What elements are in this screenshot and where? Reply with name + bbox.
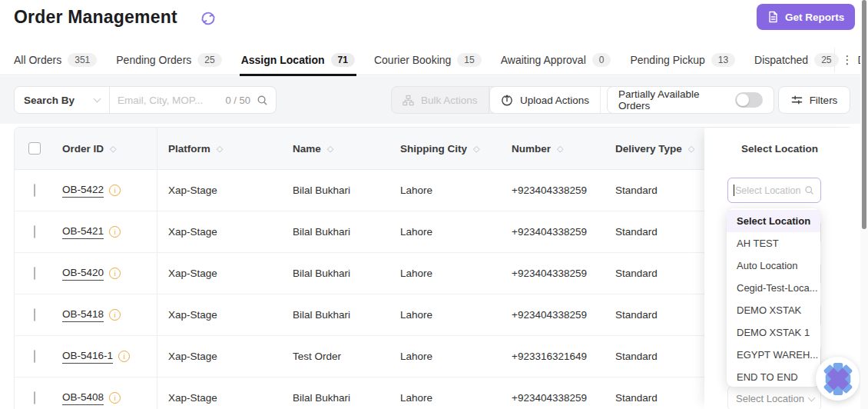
- tab-all-orders[interactable]: All Orders 351: [14, 45, 97, 75]
- shipping-city-cell: Lahore: [389, 392, 500, 404]
- info-icon[interactable]: i: [109, 185, 121, 196]
- location-option[interactable]: AH TEST: [727, 232, 820, 254]
- tab-dispatched[interactable]: Dispatched 25: [754, 45, 838, 75]
- location-cell: Select Location: [704, 170, 855, 211]
- page-header: Order Management Get Reports: [0, 0, 868, 45]
- tab-label: All Orders: [14, 54, 61, 66]
- tabs-list: All Orders 351 Pending Orders 25 Assign …: [14, 45, 868, 75]
- delivery-type-cell: Standard: [604, 226, 704, 238]
- upload-actions-button[interactable]: Upload Actions: [489, 86, 624, 114]
- filters-button[interactable]: Filters: [778, 86, 850, 114]
- name-cell: Bilal Bukhari: [281, 226, 389, 238]
- info-icon[interactable]: i: [109, 226, 121, 238]
- sort-icon[interactable]: ◇: [217, 144, 223, 154]
- location-option[interactable]: END TO END: [727, 366, 820, 387]
- search-by-dropdown[interactable]: Search By: [15, 87, 109, 113]
- order-id-link[interactable]: OB-5420: [62, 267, 104, 281]
- platform-cell: Xap-Stage: [157, 268, 281, 279]
- location-option[interactable]: Cegid-Test-Loca...: [727, 277, 820, 299]
- row-checkbox-cell: [15, 351, 55, 362]
- get-reports-label: Get Reports: [785, 12, 844, 23]
- select-all-checkbox[interactable]: [28, 142, 41, 155]
- number-cell: +923404338259: [500, 185, 604, 196]
- order-id-link[interactable]: OB-5421: [62, 225, 104, 239]
- partially-available-toggle[interactable]: [735, 92, 763, 108]
- info-icon[interactable]: i: [109, 309, 121, 321]
- column-header[interactable]: Delivery Type ◇: [604, 143, 704, 155]
- location-option[interactable]: DEMO XSTAK: [727, 299, 820, 321]
- row-checkbox[interactable]: [34, 350, 35, 363]
- search-by-label: Search By: [24, 95, 75, 106]
- row-checkbox[interactable]: [34, 308, 35, 321]
- order-id-link[interactable]: OB-5418: [62, 308, 104, 322]
- tab-label: Dispatched: [754, 54, 808, 66]
- fixed-column-divider: [157, 128, 157, 409]
- sort-icon[interactable]: ◇: [557, 144, 563, 154]
- search-icon[interactable]: [257, 95, 268, 106]
- column-header[interactable]: Shipping City ◇: [389, 143, 500, 155]
- partially-available-label: Partially Available Orders: [618, 88, 726, 111]
- info-icon[interactable]: i: [118, 351, 130, 362]
- tab-courier-booking[interactable]: Courier Booking 15: [374, 45, 482, 75]
- tab-assign-location[interactable]: Assign Location 71: [241, 45, 355, 75]
- location-option[interactable]: EGYPT WAREH...: [727, 344, 820, 366]
- table-row: OB-5422 i Xap-Stage Bilal Bukhari Lahore…: [15, 170, 704, 211]
- location-dropdown-menu: Select Location AH TEST Auto Location Ce…: [727, 208, 820, 387]
- column-header-label: Order ID: [62, 143, 104, 155]
- name-cell: Bilal Bukhari: [281, 268, 389, 279]
- vertical-scrollbar: [860, 0, 868, 409]
- location-option[interactable]: Auto Location: [727, 254, 820, 277]
- tab-count-badge: 351: [68, 53, 97, 67]
- row-checkbox[interactable]: [34, 391, 35, 404]
- tab-pending-orders[interactable]: Pending Orders 25: [116, 45, 221, 75]
- location-select-placeholder: Select Location: [735, 185, 804, 196]
- row-checkbox-cell: [15, 268, 55, 279]
- number-cell: +923316321649: [500, 351, 604, 362]
- floating-widget-button[interactable]: [816, 357, 860, 401]
- order-id-cell: OB-5416-1 i: [55, 350, 157, 364]
- info-icon[interactable]: i: [109, 392, 121, 404]
- order-id-link[interactable]: OB-5408: [62, 391, 104, 405]
- row-checkbox[interactable]: [34, 184, 35, 197]
- location-select-open[interactable]: Select Location: [727, 178, 821, 203]
- column-header[interactable]: Number ◇: [500, 143, 604, 155]
- more-tabs-menu-icon[interactable]: ⋮: [837, 49, 857, 71]
- get-reports-button[interactable]: Get Reports: [757, 4, 855, 30]
- location-select[interactable]: Select Location: [727, 386, 821, 409]
- tab-count-badge: 13: [711, 53, 735, 67]
- info-icon[interactable]: i: [109, 268, 121, 279]
- sort-icon[interactable]: ◇: [473, 144, 479, 154]
- column-header[interactable]: Order ID ◇: [55, 143, 157, 155]
- column-header-label: Platform: [168, 143, 210, 155]
- number-cell: +923404338259: [500, 226, 604, 238]
- table-body: OB-5422 i Xap-Stage Bilal Bukhari Lahore…: [15, 170, 704, 409]
- header-checkbox-cell: [15, 142, 55, 155]
- column-header[interactable]: Name ◇: [281, 143, 389, 155]
- order-id-link[interactable]: OB-5416-1: [62, 350, 113, 364]
- search-input[interactable]: Email, City, MOP... 0 / 50: [110, 95, 276, 106]
- tabs-bar: All Orders 351 Pending Orders 25 Assign …: [0, 45, 868, 75]
- delivery-type-cell: Standard: [604, 185, 704, 196]
- refresh-icon[interactable]: [200, 10, 217, 27]
- sort-icon[interactable]: ◇: [327, 144, 333, 154]
- table-header-row: Order ID ◇ Platform ◇ Name ◇ Shipping Ci…: [15, 128, 704, 170]
- order-id-link[interactable]: OB-5422: [62, 184, 104, 198]
- row-checkbox[interactable]: [34, 267, 35, 280]
- platform-cell: Xap-Stage: [157, 226, 281, 238]
- tab-count-badge: 15: [457, 53, 481, 67]
- order-id-cell: OB-5422 i: [55, 184, 157, 198]
- sort-icon[interactable]: ◇: [110, 144, 116, 154]
- column-header[interactable]: Platform ◇: [157, 143, 281, 155]
- number-cell: +923404338259: [500, 392, 604, 404]
- tab-awaiting-approval[interactable]: Awaiting Approval 0: [501, 45, 611, 75]
- scrollbar-thumb[interactable]: [862, 0, 866, 229]
- platform-cell: Xap-Stage: [157, 185, 281, 196]
- column-header-label: Delivery Type: [615, 143, 682, 155]
- location-option[interactable]: DEMO XSTAK 1: [727, 321, 820, 344]
- sort-icon[interactable]: ◇: [688, 144, 694, 154]
- name-cell: Bilal Bukhari: [281, 392, 389, 404]
- row-checkbox[interactable]: [34, 225, 35, 238]
- filters-label: Filters: [810, 95, 838, 106]
- location-option[interactable]: Select Location: [727, 210, 820, 232]
- tab-pending-pickup[interactable]: Pending Pickup 13: [630, 45, 735, 75]
